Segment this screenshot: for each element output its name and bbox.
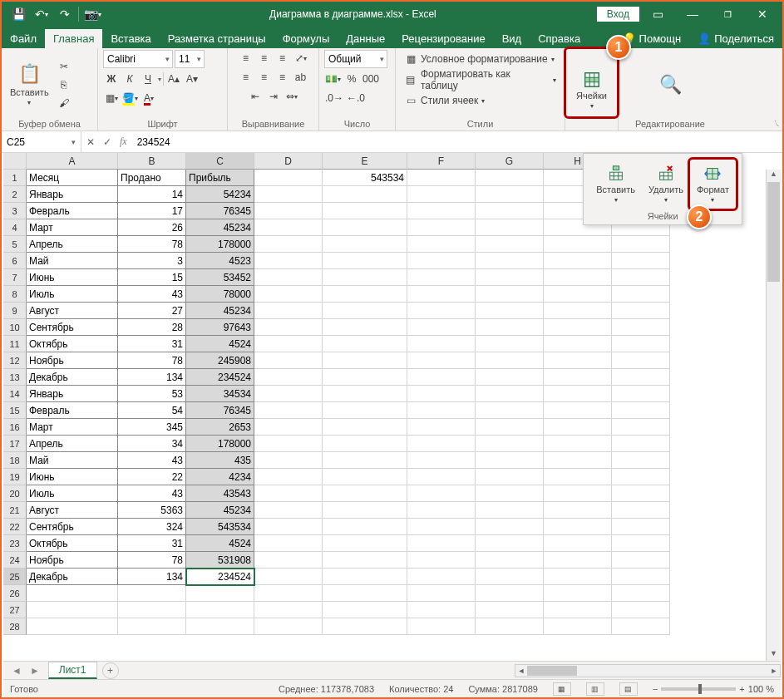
cell[interactable]: 17 [118,203,186,219]
hscroll-thumb[interactable] [527,666,577,676]
cell[interactable]: 245908 [186,352,254,369]
cell[interactable] [407,502,476,519]
popup-delete-button[interactable]: Удалить▾ [643,160,689,208]
cell[interactable]: 435 [186,452,254,469]
cell[interactable] [407,352,476,369]
column-header[interactable]: F [407,153,476,170]
cell[interactable] [254,618,323,635]
cell[interactable]: 28 [118,319,186,336]
cell[interactable] [544,253,612,269]
cell[interactable]: 43543 [186,485,254,502]
cell[interactable]: Декабрь [27,569,118,585]
row-header[interactable]: 4 [3,219,27,236]
merge-icon[interactable]: ⇔▾ [284,88,300,105]
cell[interactable]: 97643 [186,319,254,336]
increase-font-icon[interactable]: A▴ [165,71,182,87]
cell[interactable]: Ноябрь [27,352,118,369]
row-header[interactable]: 20 [3,485,27,502]
cell[interactable]: 15 [118,269,186,286]
cell[interactable] [476,236,544,253]
cell[interactable] [254,436,323,452]
cell[interactable] [323,402,407,419]
cell[interactable]: Июль [27,286,118,303]
cell[interactable]: 234524 [186,369,254,386]
cell[interactable] [544,618,612,635]
cell[interactable]: 78000 [186,286,254,303]
cell[interactable]: 4523 [186,253,254,269]
cell[interactable] [544,469,612,485]
cell[interactable] [186,585,254,602]
row-header[interactable]: 5 [3,236,27,253]
cell[interactable]: 54 [118,402,186,419]
row-header[interactable]: 27 [3,602,27,618]
cell[interactable] [323,236,407,253]
cell[interactable] [323,336,407,352]
cell[interactable] [254,602,323,618]
cell[interactable] [544,402,612,419]
scroll-right-icon[interactable]: ► [768,667,780,675]
cell[interactable]: 34534 [186,386,254,402]
align-top-icon[interactable]: ≡ [238,50,254,66]
cell[interactable]: Октябрь [27,336,118,352]
percent-icon[interactable]: % [343,71,360,87]
cell[interactable] [254,236,323,253]
row-header[interactable]: 17 [3,436,27,452]
cell[interactable]: 134 [118,569,186,585]
cell[interactable]: 53452 [186,269,254,286]
cell[interactable] [254,485,323,502]
column-header[interactable]: B [118,153,186,170]
cell[interactable] [323,203,407,219]
cell[interactable]: 531908 [186,552,254,569]
row-header[interactable]: 12 [3,352,27,369]
cell[interactable]: 54234 [186,186,254,203]
cell[interactable] [323,519,407,535]
paste-button[interactable]: 📋 Вставить ▾ [7,61,52,108]
cell[interactable]: Март [27,419,118,436]
cell[interactable] [254,336,323,352]
cell[interactable] [407,253,476,269]
row-header[interactable]: 28 [3,618,27,635]
borders-icon[interactable]: ▦▾ [103,90,120,106]
cell[interactable] [544,386,612,402]
cell[interactable] [407,469,476,485]
cell[interactable] [476,552,544,569]
align-bottom-icon[interactable]: ≡ [274,50,291,66]
tab-home[interactable]: Главная [45,29,102,48]
cell[interactable] [612,569,670,585]
column-header[interactable]: D [254,153,323,170]
row-header[interactable]: 7 [3,269,27,286]
scroll-down-icon[interactable]: ▼ [767,649,781,661]
cell[interactable] [254,286,323,303]
cell[interactable] [407,485,476,502]
spreadsheet-grid[interactable]: ABCDEFGHI1МесяцПроданоПрибыль5435342Янва… [3,153,781,661]
cell[interactable]: 31 [118,535,186,552]
cell[interactable] [476,502,544,519]
underline-button[interactable]: Ч [140,71,156,87]
cell[interactable] [27,585,118,602]
cell[interactable] [476,219,544,236]
cell[interactable] [544,552,612,569]
fill-color-icon[interactable]: 🪣▾ [121,90,139,106]
tab-insert[interactable]: Вставка [102,29,159,48]
cell[interactable] [407,269,476,286]
cell[interactable] [323,186,407,203]
cell[interactable] [254,352,323,369]
number-format-combo[interactable]: Общий [324,50,387,68]
cell[interactable] [254,369,323,386]
cell[interactable] [254,186,323,203]
cell[interactable]: 345 [118,419,186,436]
cell[interactable] [544,502,612,519]
name-box[interactable]: C25 [2,131,81,152]
cell[interactable] [118,618,186,635]
tab-review[interactable]: Рецензирование [393,29,493,48]
row-header[interactable]: 18 [3,452,27,469]
wrap-text-icon[interactable]: ab [293,69,309,86]
cell[interactable] [407,402,476,419]
tab-layout[interactable]: Разметка страницы [160,29,274,48]
cell[interactable] [323,485,407,502]
cell[interactable]: 76345 [186,402,254,419]
cell[interactable]: Прибыль [186,170,254,186]
cell[interactable]: 178000 [186,436,254,452]
cell[interactable]: 4524 [186,336,254,352]
cell[interactable] [544,236,612,253]
